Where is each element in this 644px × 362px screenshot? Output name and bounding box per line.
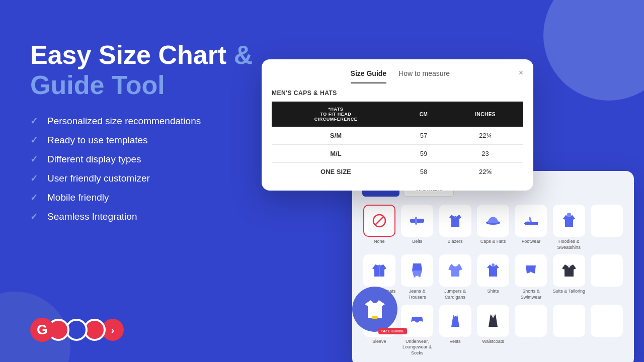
title-line2: Guide Tool xyxy=(30,70,165,100)
hoodies-icon-box xyxy=(553,205,585,237)
category-caps-hats-label: Caps & Hats xyxy=(480,239,506,245)
category-blazers[interactable]: Blazers xyxy=(438,205,472,250)
check-icon-4: ✓ xyxy=(30,173,40,184)
footwear-icon-box xyxy=(515,205,547,237)
empty-2-box xyxy=(591,254,623,287)
category-shorts-label: Shorts & Swimwear xyxy=(514,289,548,300)
category-none[interactable]: None xyxy=(362,205,396,250)
inches-ml: 23 xyxy=(447,145,523,163)
category-suits[interactable]: Suits & Tailoring xyxy=(552,254,586,300)
feature-label-4: User friendly customizer xyxy=(47,173,150,184)
category-shirts[interactable]: Shirts xyxy=(476,254,510,300)
features-list: ✓ Personalized size recommendations ✓ Re… xyxy=(30,116,262,222)
feature-item-2: ✓ Ready to use templates xyxy=(30,135,262,146)
jeans-icon-box xyxy=(401,254,433,287)
feature-label-5: Mobile friendly xyxy=(47,192,109,203)
left-panel: Easy Size Chart & Guide Tool ✓ Personali… xyxy=(30,40,262,222)
svg-rect-3 xyxy=(415,217,417,225)
empty-3-box xyxy=(515,305,547,337)
logo-letter: G xyxy=(30,318,54,342)
floating-shirt xyxy=(352,287,397,332)
category-footwear-label: Footwear xyxy=(522,239,541,245)
main-title: Easy Size Chart & Guide Tool xyxy=(30,40,262,101)
feature-label-3: Different display types xyxy=(47,154,141,165)
card-header: Size Guide How to measure × xyxy=(262,59,533,83)
category-jeans[interactable]: Jeans & Trousers xyxy=(400,254,434,300)
svg-point-5 xyxy=(567,213,571,217)
category-hoodies-label: Hoodies & Sweatshirts xyxy=(552,239,586,250)
feature-item-3: ✓ Different display types xyxy=(30,154,262,165)
feature-label-1: Personalized size recommendations xyxy=(47,116,201,127)
category-empty-1 xyxy=(590,205,624,250)
close-button[interactable]: × xyxy=(519,68,523,77)
svg-rect-8 xyxy=(372,316,378,319)
category-waistcoats[interactable]: Waistcoats xyxy=(476,305,510,356)
card-body: MEN'S CAPS & HATS *HATSTO FIT HEADCIRCUM… xyxy=(262,83,533,191)
category-none-label: None xyxy=(374,239,385,245)
cm-onesize: 58 xyxy=(400,163,447,181)
section-title: MEN'S CAPS & HATS xyxy=(272,89,523,97)
belts-icon-box xyxy=(401,205,433,237)
feature-item-1: ✓ Personalized size recommendations xyxy=(30,116,262,127)
category-empty-5 xyxy=(590,305,624,356)
category-blazers-label: Blazers xyxy=(448,239,463,245)
category-waistcoats-label: Waistcoats xyxy=(482,339,504,345)
inches-sm: 22¼ xyxy=(447,127,523,145)
category-caps-hats[interactable]: Caps & Hats xyxy=(476,205,510,250)
inches-onesize: 22⅝ xyxy=(447,163,523,181)
size-ml: M/L xyxy=(272,145,400,163)
category-footwear[interactable]: Footwear xyxy=(514,205,548,250)
category-shorts[interactable]: Shorts & Swimwear xyxy=(514,254,548,300)
size-guide-card: Size Guide How to measure × MEN'S CAPS &… xyxy=(262,59,533,191)
category-jeans-label: Jeans & Trousers xyxy=(400,289,434,300)
category-empty-3 xyxy=(514,305,548,356)
col-header-size: *HATSTO FIT HEADCIRCUMFERENCE xyxy=(272,102,400,127)
category-empty-2 xyxy=(590,254,624,300)
empty-1-box xyxy=(591,205,623,237)
logo-circles xyxy=(51,319,106,341)
suits-icon-box xyxy=(553,254,585,287)
svg-point-7 xyxy=(492,263,495,266)
category-vests[interactable]: Vests xyxy=(438,305,472,356)
size-sm: S/M xyxy=(272,127,400,145)
jumpers-icon-box xyxy=(439,254,471,287)
category-sleeve-label: Sleeve xyxy=(372,339,386,345)
feature-item-6: ✓ Seamless Integration xyxy=(30,211,262,222)
category-jumpers-label: Jumpers & Cardigans xyxy=(438,289,472,300)
tab-how-to-measure[interactable]: How to measure xyxy=(398,69,450,83)
category-vests-label: Vests xyxy=(450,339,461,345)
empty-4-box xyxy=(553,305,585,337)
check-icon-1: ✓ xyxy=(30,116,40,127)
category-belts[interactable]: Belts xyxy=(400,205,434,250)
vests-icon-box xyxy=(439,305,471,337)
table-row-ml: M/L 59 23 xyxy=(272,145,523,163)
col-header-cm: CM xyxy=(400,102,447,127)
cm-sm: 57 xyxy=(400,127,447,145)
logo: G › xyxy=(30,318,124,342)
empty-5-box xyxy=(591,305,623,337)
svg-line-1 xyxy=(375,216,384,225)
col-header-inches: INCHES xyxy=(447,102,523,127)
table-row-onesize: ONE SIZE 58 22⅝ xyxy=(272,163,523,181)
category-jumpers[interactable]: Jumpers & Cardigans xyxy=(438,254,472,300)
category-suits-label: Suits & Tailoring xyxy=(553,289,585,295)
category-empty-4 xyxy=(552,305,586,356)
check-icon-5: ✓ xyxy=(30,192,40,203)
none-icon-box xyxy=(363,205,395,237)
check-icon-2: ✓ xyxy=(30,135,40,146)
waistcoats-icon-box xyxy=(477,305,509,337)
shirts-icon-box xyxy=(477,254,509,287)
right-panel: Size Guide How to measure × MEN'S CAPS &… xyxy=(252,0,644,362)
table-row-sm: S/M 57 22¼ xyxy=(272,127,523,145)
shirt-badge: SIZE GUIDE xyxy=(378,328,407,334)
jackets-icon-box xyxy=(363,254,395,287)
tab-size-guide[interactable]: Size Guide xyxy=(351,69,387,83)
category-belts-label: Belts xyxy=(412,239,422,245)
title-ampersand: & xyxy=(234,40,253,69)
size-table: *HATSTO FIT HEADCIRCUMFERENCE CM INCHES … xyxy=(272,102,523,180)
category-underwear-label: Underwear, Loungewear & Socks xyxy=(400,339,434,356)
category-hoodies[interactable]: Hoodies & Sweatshirts xyxy=(552,205,586,250)
check-icon-6: ✓ xyxy=(30,211,40,222)
title-line1-white: Easy Size Chart xyxy=(30,40,226,69)
caps-hats-icon-box xyxy=(477,205,509,237)
